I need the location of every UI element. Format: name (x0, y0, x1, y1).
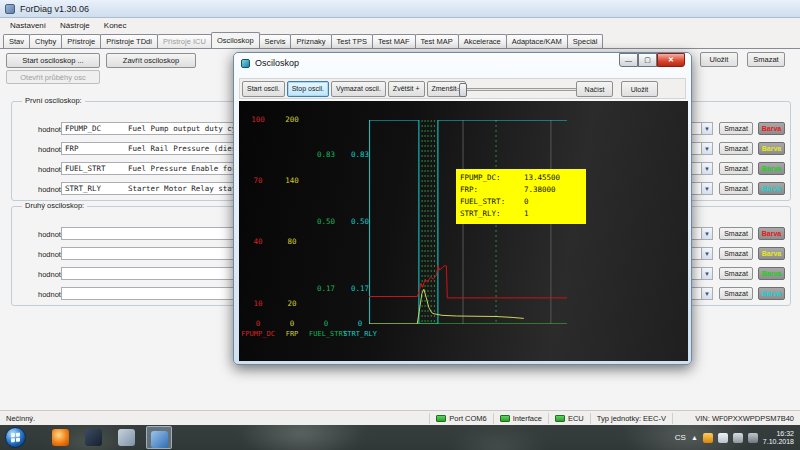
tab-stav[interactable]: Stav (3, 34, 30, 48)
status-port: Port COM6 (429, 413, 493, 424)
delete-signal-button[interactable]: Smazat (719, 162, 753, 175)
menu-nastroje[interactable]: Nástroje (54, 20, 96, 31)
device-icon[interactable] (733, 433, 743, 443)
tab-pristroje-tddi[interactable]: Přístroje TDdi (100, 34, 158, 48)
tabbar: Stav Chyby Přístroje Přístroje TDdi Přís… (0, 32, 800, 48)
trace-FRP (369, 289, 524, 324)
color-button[interactable]: Barva (758, 162, 785, 175)
tab-special[interactable]: Speciál (567, 34, 604, 48)
group2-title: Druhý osciloskop: (22, 201, 87, 210)
delete-preset-button[interactable]: Smazat (747, 52, 785, 67)
delete-signal-button[interactable]: Smazat (719, 182, 753, 195)
clock[interactable]: 16:32 7.10.2018 (763, 430, 798, 446)
color-button[interactable]: Barva (758, 142, 785, 155)
group1-title: První osciloskop: (22, 96, 85, 105)
statusbar: Nečinný. Port COM6 Interface ECU Typ jed… (0, 410, 800, 425)
app-icon (5, 4, 15, 14)
chevron-down-icon[interactable]: ▼ (701, 227, 713, 240)
status-state: Nečinný. (0, 414, 429, 423)
active-task-fordiag[interactable] (146, 426, 172, 449)
ecu-led-icon (555, 415, 565, 422)
dialog-title: Osciloskop (255, 58, 619, 68)
chevron-down-icon[interactable]: ▼ (701, 247, 713, 260)
start-oscil-button[interactable]: Start oscil. (242, 81, 285, 97)
save-button[interactable]: Uložit (621, 81, 658, 97)
close-icon[interactable]: ✕ (657, 53, 685, 67)
volume-muted-icon[interactable] (748, 433, 758, 443)
chevron-down-icon[interactable]: ▼ (701, 182, 713, 195)
close-oscilloscope-button[interactable]: Zavřít osciloskop (106, 53, 196, 68)
menubar: Nastavení Nástroje Konec (0, 18, 800, 32)
load-button[interactable]: Načíst (576, 81, 613, 97)
dialog-titlebar[interactable]: Osciloskop — ▢ ✕ (234, 53, 691, 73)
status-interface: Interface (493, 413, 548, 424)
axis-FPUMP_DC: 1007040100FPUMP_DC (241, 101, 275, 361)
delete-signal-button[interactable]: Smazat (719, 247, 753, 260)
tab-servis[interactable]: Servis (259, 34, 292, 48)
color-button[interactable]: Barva (758, 122, 785, 135)
zoom-in-button[interactable]: Zvětšit + (388, 81, 425, 97)
tab-test-tps[interactable]: Test TPS (331, 34, 373, 48)
chevron-down-icon[interactable]: ▼ (701, 287, 713, 300)
save-preset-button[interactable]: Uložit (700, 52, 738, 67)
tab-osciloskop[interactable]: Osciloskop (211, 32, 260, 48)
color-button[interactable]: Barva (758, 227, 785, 240)
color-button[interactable]: Barva (758, 247, 785, 260)
clock-date: 7.10.2018 (763, 438, 794, 446)
minimize-button[interactable]: — (619, 53, 638, 67)
chevron-down-icon[interactable]: ▼ (701, 142, 713, 155)
chevron-down-icon[interactable]: ▼ (701, 122, 713, 135)
delete-signal-button[interactable]: Smazat (719, 227, 753, 240)
tab-chyby[interactable]: Chyby (29, 34, 62, 48)
open-run-button: Otevřít průběhy osc (6, 70, 100, 84)
window-title: ForDiag v1.30.06 (20, 4, 89, 14)
color-button[interactable]: Barva (758, 287, 785, 300)
network-icon[interactable] (718, 433, 728, 443)
delete-signal-button[interactable]: Smazat (719, 142, 753, 155)
cursor-tooltip: FPUMP_DC:13.45500FRP:7.38000FUEL_STRT:0S… (456, 169, 586, 224)
axis-FRP: 20014080200FRP (275, 101, 309, 361)
security-alert-icon[interactable] (703, 433, 713, 443)
color-button[interactable]: Barva (758, 182, 785, 195)
windows-logo-icon (11, 433, 20, 443)
port-led-icon (436, 415, 446, 422)
delete-signal-button[interactable]: Smazat (719, 267, 753, 280)
maximize-button[interactable]: ▢ (638, 53, 657, 67)
oscilloscope-chart: 1007040100FPUMP_DC20014080200FRP0.830.50… (239, 101, 688, 361)
tab-adaptace-kam[interactable]: Adaptace/KAM (506, 34, 568, 48)
color-button[interactable]: Barva (758, 267, 785, 280)
app-icon-3[interactable] (118, 429, 135, 446)
start-button[interactable] (5, 427, 26, 448)
tab-test-map[interactable]: Test MAP (415, 34, 459, 48)
stop-oscil-button[interactable]: Stop oscil. (287, 81, 329, 97)
start-oscilloscope-button[interactable]: Start osciloskop ... (6, 53, 100, 68)
clock-time: 16:32 (763, 430, 794, 438)
dialog-icon (241, 59, 250, 68)
oscilloscope-dialog: Osciloskop — ▢ ✕ Start oscil. Stop oscil… (233, 52, 692, 365)
fordiag-taskbar-icon (151, 431, 168, 448)
tab-pristroje-icu: Přístroje ICU (157, 34, 212, 48)
tab-akcelerace[interactable]: Akcelerace (458, 34, 507, 48)
tab-test-maf[interactable]: Test MAF (372, 34, 416, 48)
language-indicator[interactable]: CS (675, 433, 686, 442)
trace-FPUMP_DC (369, 266, 567, 298)
menu-konec[interactable]: Konec (98, 20, 133, 31)
tab-priznaky[interactable]: Příznaky (290, 34, 331, 48)
slider-thumb[interactable] (459, 83, 467, 97)
app-icon-2[interactable] (85, 429, 102, 446)
interface-led-icon (500, 415, 510, 422)
chevron-down-icon[interactable]: ▼ (701, 267, 713, 280)
titlebar: ForDiag v1.30.06 (0, 0, 800, 18)
delete-signal-button[interactable]: Smazat (719, 122, 753, 135)
firefox-icon[interactable] (52, 429, 69, 446)
menu-nastaveni[interactable]: Nastavení (4, 20, 52, 31)
axis-FUEL_STRT: 0.830.500.170FUEL_STRT (309, 101, 343, 361)
tab-pristroje[interactable]: Přístroje (61, 34, 101, 48)
status-vin: VIN: WF0PXXWPDPSM7B40 (672, 413, 800, 424)
chevron-down-icon[interactable]: ▼ (701, 162, 713, 175)
dialog-toolbar: Start oscil. Stop oscil. Vymazat oscil. … (239, 78, 686, 99)
delete-signal-button[interactable]: Smazat (719, 287, 753, 300)
clear-oscil-button[interactable]: Vymazat oscil. (331, 81, 386, 97)
show-hidden-icons-icon[interactable]: ▲ (691, 434, 698, 441)
timeline-slider[interactable] (456, 88, 588, 91)
